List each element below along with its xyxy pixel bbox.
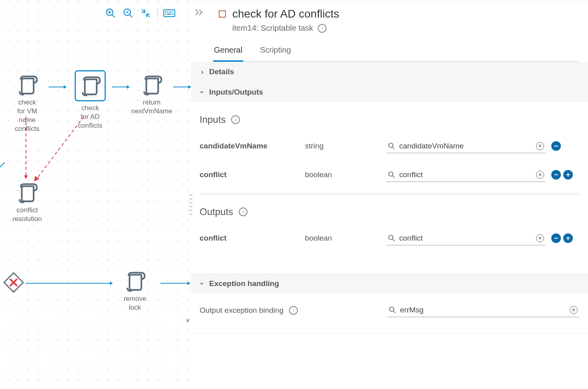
decision-icon [3,272,24,293]
flow-arrow [111,84,130,91]
error-flow-arrow [32,116,88,185]
svg-line-1 [112,15,115,18]
svg-line-35 [394,311,396,313]
zoom-out-icon [123,8,134,19]
properties-panel: check for AD conflicts item14: Scriptabl… [191,0,588,389]
error-flow-arrow [23,116,29,181]
flow-arrow [48,84,67,91]
panel-subtitle: item14: Scriptable task [232,24,313,33]
info-icon[interactable]: i [289,306,298,315]
param-name: conflict [200,170,299,179]
section-title: Exception handling [209,279,279,288]
param-type: string [305,142,381,150]
output-row: conflict boolean ✕ − + [200,229,579,248]
svg-line-29 [393,147,395,149]
zoom-in-button[interactable] [105,7,117,19]
param-name: candidateVmName [200,142,299,150]
section-exception-header[interactable]: › Exception handling [191,274,588,294]
collapse-panel-button[interactable] [195,9,204,18]
svg-rect-16 [172,14,174,15]
chevron-right-icon: › [200,67,205,76]
exception-binding-label: Output exception binding [200,306,283,315]
node-conflict-resolution[interactable]: conflict resolution [7,182,47,223]
section-title: Details [209,67,234,76]
clear-button[interactable]: ✕ [570,306,578,314]
flow-arrow [160,280,191,287]
svg-rect-14 [165,14,166,15]
search-icon [389,306,396,314]
svg-rect-15 [167,14,172,15]
add-param-button[interactable]: + [563,170,573,180]
fit-to-screen-button[interactable] [140,7,152,19]
task-type-icon [219,10,226,18]
node-label: remove lock [124,294,147,312]
binding-input-wrap[interactable]: ✕ [386,168,546,182]
search-icon [388,171,395,178]
section-inputs-outputs-header[interactable]: › Inputs/Outputs [191,82,588,102]
selection-box [75,70,106,101]
flow-arrow [172,84,191,91]
scriptable-task-icon [16,182,38,203]
search-icon [388,235,395,242]
svg-rect-13 [171,12,172,13]
remove-param-button[interactable]: − [551,233,561,243]
node-remove-lock[interactable]: remove lock [115,271,155,312]
toolbar-separator [157,8,158,18]
workflow-canvas[interactable]: check for VM name conflicts check for AD… [0,0,191,389]
exception-binding-input-wrap[interactable]: ✕ [387,303,579,317]
svg-rect-9 [164,10,175,16]
section-details-header[interactable]: › Details [191,62,588,82]
input-row: conflict boolean ✕ − + [200,165,579,184]
remove-param-button[interactable]: − [551,170,561,180]
input-row: candidateVmName string ✕ − [200,136,579,156]
svg-rect-10 [165,12,166,13]
flow-arrow [0,162,6,170]
clear-button[interactable]: ✕ [536,142,544,150]
separator [200,194,579,194]
panel-resize-handle[interactable] [189,195,192,215]
tab-scripting[interactable]: Scripting [259,45,292,61]
svg-point-30 [389,172,393,176]
binding-input[interactable] [399,234,536,243]
param-name: conflict [200,234,299,243]
svg-line-5 [130,15,133,18]
double-chevron-right-icon [195,9,204,16]
outputs-heading: Outputs [200,206,233,217]
scriptable-task-icon [141,74,162,96]
info-icon[interactable]: i [231,115,240,124]
info-icon[interactable]: i [239,207,247,216]
add-param-button[interactable]: + [563,233,573,243]
exception-binding-input[interactable] [400,306,570,314]
clear-button[interactable]: ✕ [536,171,544,179]
chevron-down-icon: › [198,89,207,95]
section-inputs-outputs: › Inputs/Outputs Inputs i candidateVmNam… [191,82,588,274]
binding-input-wrap[interactable]: ✕ [386,139,546,153]
section-details: › Details [191,62,588,82]
node-decision[interactable] [3,272,24,294]
flow-arrow [25,280,113,287]
svg-point-28 [389,143,393,147]
section-title: Inputs/Outputs [209,88,263,97]
panel-tabs: General Scripting [213,45,578,62]
chevron-down-icon: › [198,281,207,286]
scriptable-task-icon [124,271,146,292]
binding-input-wrap[interactable]: ✕ [386,231,546,245]
node-return-next-vm-name[interactable]: return nextVmName [132,74,172,116]
zoom-out-button[interactable] [122,7,134,19]
tab-general[interactable]: General [213,45,243,62]
binding-input[interactable] [399,170,536,179]
param-type: boolean [305,170,381,179]
svg-line-24 [37,117,84,179]
keyboard-shortcuts-button[interactable] [163,7,175,19]
svg-rect-12 [169,12,170,13]
svg-point-34 [390,307,394,312]
svg-line-7 [142,9,145,12]
info-icon[interactable]: i [318,24,327,33]
panel-title-row: check for AD conflicts [219,8,578,20]
zoom-in-icon [105,8,116,19]
scriptable-task-icon [79,75,101,97]
node-label-partial: v [186,316,190,325]
clear-button[interactable]: ✕ [536,234,544,242]
binding-input[interactable] [399,142,536,150]
remove-param-button[interactable]: − [551,141,561,151]
